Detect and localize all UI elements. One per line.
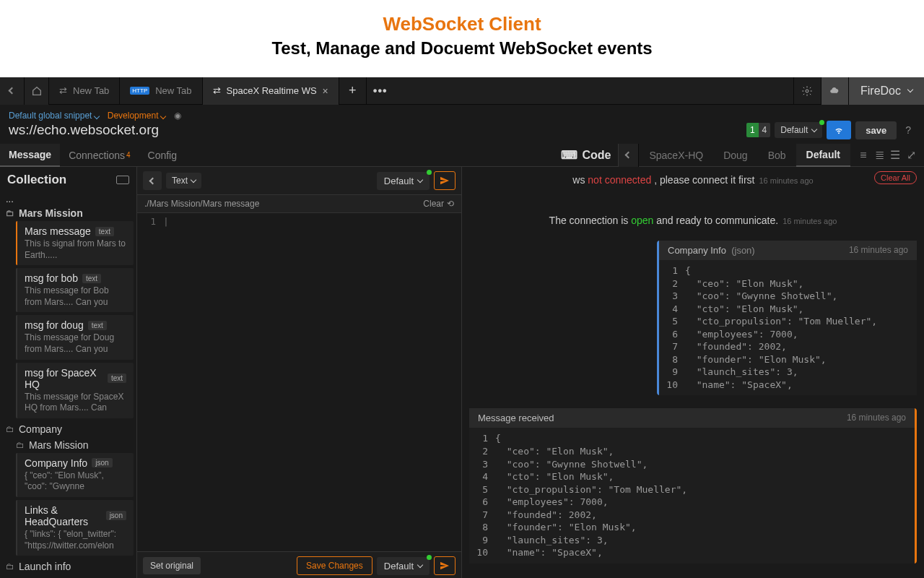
tabbar: ⇄New Tab HTTPNew Tab ⇄SpaceX Realtime WS… [0, 77, 924, 105]
connect-button[interactable] [827, 121, 851, 139]
view-align-right-icon[interactable]: ☰ [888, 148, 902, 163]
footer-send-button[interactable] [434, 556, 456, 575]
tab-new-2[interactable]: HTTPNew Tab [120, 77, 202, 105]
footer-send-target-dropdown[interactable]: Default [377, 557, 430, 575]
code-editor[interactable]: 1 | [137, 213, 461, 551]
type-badge: json [106, 511, 126, 520]
tab-message[interactable]: Message [0, 144, 60, 167]
save-changes-button[interactable]: Save Changes [297, 556, 372, 575]
msg-preview: { "links": { "elon_twitter": "https://tw… [25, 529, 126, 551]
target-bob[interactable]: Bob [758, 144, 796, 167]
panel-time: 16 minutes ago [847, 413, 906, 423]
gutter: 1 [137, 216, 163, 548]
folder-icon: 🗀 [6, 424, 14, 434]
target-default[interactable]: Default [796, 144, 850, 167]
ws-url[interactable]: ws://echo.websocket.org [9, 122, 746, 138]
tab-spacex[interactable]: ⇄SpaceX Realtime WS× [203, 77, 339, 105]
type-badge: text [82, 274, 101, 283]
nav-back-button[interactable] [0, 77, 25, 105]
connection-badge: 4 [126, 151, 131, 159]
tab-config[interactable]: Config [139, 144, 186, 167]
folder-icon: 🗀 [16, 440, 25, 450]
main-area: Collection ... 🗀Mars Mission Mars messag… [0, 167, 924, 578]
log-status-connected: The connection is open and ready to comm… [462, 207, 924, 228]
msg-card-bob[interactable]: msg for bobtext This message for Bob fro… [16, 268, 134, 312]
expand-icon[interactable]: ⤢ [904, 148, 918, 163]
ws-icon: ⇄ [213, 85, 221, 96]
gutter: 1 2 3 4 5 6 7 8 9 10 [469, 432, 495, 558]
add-tab-button[interactable]: + [339, 77, 367, 105]
log-column: Clear All ws not connected , please conn… [462, 167, 924, 578]
close-icon[interactable]: × [323, 85, 328, 97]
msg-card-links[interactable]: Links & HeadQuartersjson { "links": { "e… [16, 500, 134, 556]
clear-all-button[interactable]: Clear All [874, 171, 917, 184]
chevron-down-icon [907, 87, 913, 92]
url-row: Default global snippet Development ◉ ws:… [0, 105, 924, 144]
conn-active-count: 1 [746, 123, 759, 137]
set-original-button[interactable]: Set original [143, 557, 201, 574]
type-badge: text [95, 227, 114, 236]
folder-starlink[interactable]: 🗀StarLink [0, 574, 136, 578]
tab-connections[interactable]: Connections4 [60, 144, 139, 167]
target-back-button[interactable] [619, 144, 639, 167]
msg-card-spacex-hq[interactable]: msg for SpaceX HQtext This message for S… [16, 363, 134, 418]
hero-banner: WebSocket Client Test, Manage and Docuem… [0, 0, 924, 77]
chevron-down-icon [811, 126, 817, 131]
type-badge: json [92, 458, 112, 467]
content-tabs: Message Connections4 Config ⌨Code SpaceX… [0, 144, 924, 167]
target-spacex-hq[interactable]: SpaceX-HQ [639, 144, 713, 167]
collection-header: Collection [0, 167, 136, 193]
chevron-down-icon [417, 561, 423, 567]
payload-type-dropdown[interactable]: Text [166, 173, 201, 189]
brand-label: FireDoc [860, 85, 901, 98]
chevron-down-icon [417, 176, 423, 182]
cloud-icon[interactable] [821, 77, 848, 105]
tab-overflow-button[interactable]: ••• [367, 85, 394, 98]
msg-card-company-info[interactable]: Company Infojson { "ceo": "Elon Musk", "… [16, 453, 134, 497]
gutter: 1 2 3 4 5 6 7 8 9 10 [659, 264, 685, 391]
panel-time: 16 minutes ago [849, 245, 908, 256]
env-dropdown[interactable]: Development [108, 111, 165, 121]
editor-path: ./Mars Mission/Mars message [144, 199, 259, 209]
msg-preview: This message for SpaceX HQ from Mars....… [25, 392, 126, 414]
visibility-icon[interactable]: ◉ [174, 111, 181, 121]
msg-preview: This is signal from Mars to Earth..... [25, 238, 126, 261]
tree-root[interactable]: ... [0, 193, 136, 205]
folder-icon: 🗀 [6, 208, 14, 218]
msg-card-mars-message[interactable]: Mars messagetext This is signal from Mar… [16, 221, 134, 265]
collection-sidebar: Collection ... 🗀Mars Mission Mars messag… [0, 167, 137, 578]
hero-title: WebSocket Client [0, 13, 924, 35]
chevron-down-icon [94, 113, 100, 119]
reset-icon: ⟲ [447, 199, 454, 209]
snippet-dropdown[interactable]: Default global snippet [9, 111, 99, 121]
tab-new-1[interactable]: ⇄New Tab [49, 77, 120, 105]
sent-message-panel: Company Info (json) 16 minutes ago 1 2 3… [657, 241, 917, 395]
target-doug[interactable]: Doug [713, 144, 757, 167]
new-folder-icon[interactable] [116, 176, 129, 184]
code-content: { "ceo": "Elon Musk", "coo": "Gwynne Sho… [495, 432, 687, 558]
help-button[interactable]: ? [901, 124, 915, 136]
msg-preview: This message for Doug from Mars.... Can … [25, 332, 126, 355]
view-align-left-icon[interactable]: ≡ [856, 148, 871, 163]
send-target-dropdown[interactable]: Default [377, 172, 430, 190]
panel-title: Company Info [668, 245, 726, 256]
folder-mars-mission[interactable]: 🗀Mars Mission [0, 205, 136, 221]
folder-company-mars[interactable]: 🗀Mars Mission [0, 437, 136, 453]
send-button[interactable] [434, 171, 456, 190]
editor-back-button[interactable] [143, 171, 162, 190]
panel-format: (json) [731, 245, 755, 256]
clear-editor-button[interactable]: Clear ⟲ [423, 199, 454, 209]
view-align-center-icon[interactable]: ≣ [872, 148, 886, 163]
tab-label: New Tab [155, 85, 191, 96]
msg-card-doug[interactable]: msg for dougtext This message for Doug f… [16, 315, 134, 359]
folder-icon: 🗀 [6, 561, 14, 571]
settings-button[interactable] [793, 77, 821, 105]
folder-company[interactable]: 🗀Company [0, 421, 136, 437]
home-button[interactable] [25, 77, 49, 105]
brand-dropdown[interactable]: FireDoc [848, 77, 924, 105]
folder-launch-info[interactable]: 🗀Launch info [0, 558, 136, 574]
save-button[interactable]: save [855, 121, 897, 139]
code-button[interactable]: ⌨Code [554, 148, 618, 162]
msg-preview: This message for Bob from Mars.... Can y… [25, 285, 126, 308]
connection-selector[interactable]: Default [775, 122, 822, 138]
